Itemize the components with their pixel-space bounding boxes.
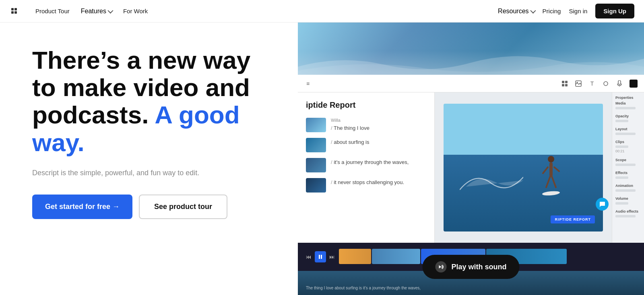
grid-icon[interactable] xyxy=(561,80,568,87)
nav-features[interactable]: Features xyxy=(81,8,112,15)
toolbar-right-icons: T xyxy=(561,80,638,88)
resources-chevron-icon xyxy=(530,8,536,13)
prop-volume: Volume xyxy=(615,197,641,205)
record-button[interactable] xyxy=(630,80,638,88)
properties-panel: Properties Media Opacity Layout Clip xyxy=(612,92,644,243)
transcript-item-1: / about surfing is xyxy=(306,138,426,152)
prop-audio-effects: Audio effects xyxy=(615,209,641,217)
nav-resources[interactable]: Resources xyxy=(498,8,534,15)
transcript-panel: iptide Report Willa / The thing I love /… xyxy=(298,92,435,243)
prop-layout: Layout xyxy=(615,127,641,135)
transcript-line-1: / about surfing is xyxy=(331,138,369,146)
timeline-clip-1[interactable] xyxy=(339,249,371,264)
prop-media: Media xyxy=(615,101,641,109)
svg-point-19 xyxy=(542,191,560,197)
sound-icon xyxy=(435,261,446,272)
svg-rect-2 xyxy=(14,8,17,10)
svg-rect-7 xyxy=(565,84,568,86)
app-mockup-container: ≡ T xyxy=(298,23,644,295)
transcript-thumb-1 xyxy=(306,138,326,152)
timeline-pause-button[interactable] xyxy=(315,251,326,262)
svg-point-10 xyxy=(604,82,608,86)
logo[interactable] xyxy=(10,5,23,18)
svg-rect-5 xyxy=(565,81,568,83)
svg-rect-1 xyxy=(11,11,14,14)
hero-section: There’s a new way to make video and podc… xyxy=(0,23,298,295)
svg-rect-3 xyxy=(14,11,17,14)
transcript-line-0: / The thing I love xyxy=(331,124,369,132)
transcript-item-0: Willa / The thing I love xyxy=(306,118,426,132)
transcript-thumb-0 xyxy=(306,118,326,132)
nav-product-tour[interactable]: Product Tour xyxy=(35,8,70,14)
svg-rect-20 xyxy=(319,255,320,259)
prop-clips: Clips 00:21 xyxy=(615,140,641,153)
features-chevron-icon xyxy=(107,8,113,13)
transcript-speaker: Willa xyxy=(331,118,369,123)
play-sound-label: Play with sound xyxy=(451,263,506,271)
svg-rect-21 xyxy=(321,255,322,259)
prop-animation: Animation xyxy=(615,184,641,192)
hero-subtext: Descript is the simple, powerful, and fu… xyxy=(32,168,266,178)
transcript-thumb-3 xyxy=(306,178,326,193)
timeline-clip-2[interactable] xyxy=(372,249,420,264)
timeline-controls: ⏮ ⏭ xyxy=(306,251,335,262)
transcript-item-2: / it's a journey through the waves, xyxy=(306,158,426,172)
main-content: There’s a new way to make video and podc… xyxy=(0,23,644,295)
nav-pricing[interactable]: Pricing xyxy=(543,8,561,14)
video-background xyxy=(444,104,603,231)
nav-for-work[interactable]: For Work xyxy=(123,8,148,14)
svg-line-18 xyxy=(552,176,556,187)
svg-line-15 xyxy=(543,167,548,173)
hero-buttons: Get started for free → See product tour xyxy=(32,195,266,219)
logo-icon xyxy=(10,5,23,18)
chat-bubble[interactable] xyxy=(596,198,609,211)
svg-rect-11 xyxy=(618,80,621,84)
hero-heading: There’s a new way to make video and podc… xyxy=(32,47,266,156)
prop-opacity: Opacity xyxy=(615,114,641,122)
video-preview: RIPTIDE REPORT xyxy=(444,104,603,231)
navbar: Product Tour Features For Work Resources… xyxy=(0,0,644,23)
sign-up-button[interactable]: Sign Up xyxy=(595,4,634,18)
see-product-tour-button[interactable]: See product tour xyxy=(139,195,227,219)
timeline-next-button[interactable]: ⏭ xyxy=(329,254,335,260)
get-started-button[interactable]: Get started for free → xyxy=(32,195,132,219)
app-mockup: ≡ T xyxy=(298,23,644,295)
image-icon[interactable] xyxy=(575,80,582,87)
svg-rect-4 xyxy=(562,81,564,83)
prop-effects: Effects xyxy=(615,171,641,179)
svg-rect-0 xyxy=(11,8,14,10)
svg-point-13 xyxy=(548,156,554,162)
nav-left: Product Tour Features For Work xyxy=(35,8,148,15)
svg-marker-22 xyxy=(439,265,441,268)
svg-line-16 xyxy=(554,167,559,171)
transcript-text-0: Willa / The thing I love xyxy=(331,118,369,132)
play-with-sound-button[interactable]: Play with sound xyxy=(422,255,519,279)
app-header-image xyxy=(298,23,644,75)
mic-icon[interactable] xyxy=(616,80,623,87)
shape-icon[interactable] xyxy=(602,80,609,87)
transcript-line-2: / it's a journey through the waves, xyxy=(331,158,409,166)
text-icon[interactable]: T xyxy=(588,80,596,87)
properties-title: Properties xyxy=(615,96,641,100)
menu-icon[interactable]: ≡ xyxy=(304,80,312,87)
prop-scope: Scope xyxy=(615,158,641,166)
sign-in-button[interactable]: Sign in xyxy=(569,8,587,14)
transcript-title: iptide Report xyxy=(306,100,426,110)
transcript-thumb-2 xyxy=(306,158,326,172)
svg-rect-14 xyxy=(549,162,553,176)
bottom-banner-text: The thing I love about surfing is it’s a… xyxy=(306,286,421,290)
transcript-item-3: / it never stops challenging you. xyxy=(306,178,426,193)
video-panel: RIPTIDE REPORT xyxy=(435,92,612,243)
svg-line-17 xyxy=(546,176,550,187)
app-toolbar: ≡ T xyxy=(298,75,644,92)
video-label: RIPTIDE REPORT xyxy=(551,215,595,223)
svg-rect-6 xyxy=(562,84,564,86)
transcript-line-3: / it never stops challenging you. xyxy=(331,178,404,186)
nav-right: Resources Pricing Sign in Sign Up xyxy=(498,4,634,18)
app-body: iptide Report Willa / The thing I love /… xyxy=(298,92,644,243)
timeline-prev-button[interactable]: ⏮ xyxy=(306,254,312,260)
